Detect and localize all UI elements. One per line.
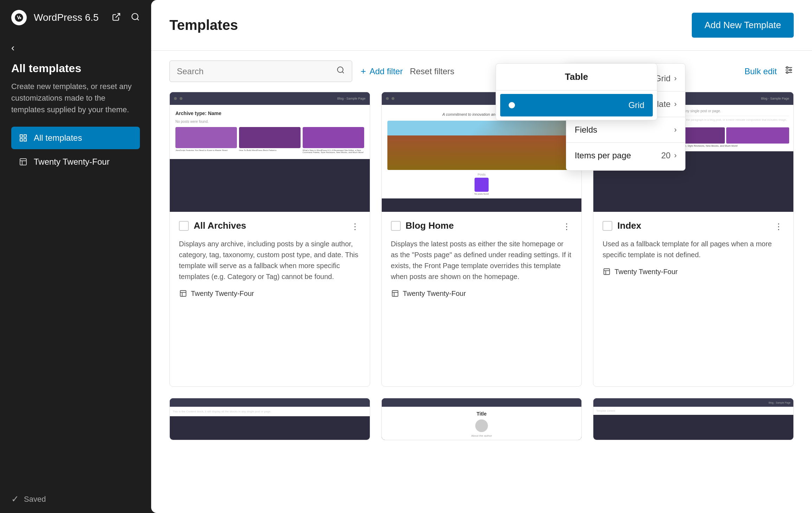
theme-name-blog-home: Twenty Twenty-Four	[403, 290, 466, 298]
template-card-4: This is the Content block, it will displ…	[169, 398, 370, 440]
template-card-blog-home: Blog - Sample Page A commitment to innov…	[381, 92, 582, 387]
checkbox-title-group: All Archives	[179, 220, 246, 231]
building-shape	[387, 135, 576, 170]
template-card-header-blog: Blog Home ⋮	[391, 220, 573, 233]
template-menu-all-archives[interactable]: ⋮	[349, 220, 361, 233]
svg-rect-19	[392, 291, 398, 297]
template-checkbox-all-archives[interactable]	[179, 221, 189, 231]
items-per-page-value-group: 20 ›	[661, 151, 677, 160]
sidebar-item-all-templates[interactable]: All templates	[11, 127, 140, 149]
back-link[interactable]: ‹	[11, 42, 140, 53]
template-preview-6[interactable]: Blog - Sample Page Template content	[593, 398, 793, 440]
preview-content-4: This is the Content block, it will displ…	[170, 407, 370, 416]
preview-thumb3	[303, 127, 364, 148]
theme-icon-all-archives	[179, 289, 187, 298]
add-filter-button[interactable]: + Add filter	[361, 66, 403, 77]
preview-content: Archive type: Name No posts were found. …	[170, 105, 370, 159]
plus-icon: +	[361, 66, 366, 77]
wp-version-label: WordPress 6.5	[34, 12, 99, 23]
sidebar-bottom: ✓ Saved	[0, 485, 151, 513]
template-theme-all-archives: Twenty Twenty-Four	[179, 289, 361, 298]
templates-grid: Blog - Sample Page Archive type: Name No…	[151, 92, 812, 513]
external-link-button[interactable]	[112, 12, 121, 23]
preview-dot2	[180, 97, 182, 100]
toolbar-right: Bulk edit	[745, 65, 794, 77]
svg-rect-2	[20, 135, 22, 137]
preview-content-6: Template content	[593, 407, 793, 415]
template-menu-blog-home[interactable]: ⋮	[561, 220, 572, 233]
preview-blog-text-b1: No posts found	[475, 193, 489, 195]
template-theme-index: Twenty Twenty-Four	[602, 267, 784, 276]
sidebar-section-title: All templates	[11, 62, 140, 75]
reset-filters-button[interactable]: Reset filters	[410, 66, 455, 76]
dropdown-item-grid[interactable]: Grid	[500, 94, 653, 116]
saved-label: Saved	[24, 495, 46, 504]
checkbox-title-index: Index	[602, 220, 641, 231]
preview-text1: JavaScript Features You Need to Know to …	[175, 149, 237, 151]
svg-rect-3	[24, 135, 26, 137]
theme-name-index: Twenty Twenty-Four	[614, 268, 678, 276]
template-theme-blog-home: Twenty Twenty-Four	[391, 289, 573, 298]
sidebar-top-bar: WordPress 6.5	[0, 0, 151, 35]
preview-thumb2	[239, 127, 301, 148]
svg-point-13	[786, 67, 788, 69]
preview-posts-label: Posts	[478, 173, 486, 176]
preview-bar-6: Blog - Sample Page	[593, 398, 793, 407]
svg-line-0	[116, 13, 120, 18]
template-card-body-all-archives: All Archives ⋮ Displays any archive, inc…	[170, 212, 370, 306]
template-card-header: All Archives ⋮	[179, 220, 361, 233]
svg-rect-16	[180, 291, 186, 297]
preview-title-5: Title	[386, 411, 578, 417]
view-options-button[interactable]	[784, 65, 794, 77]
layout-item-items-per-page[interactable]: Items per page 20 ›	[566, 144, 685, 167]
template-card-6: Blog - Sample Page Template content	[593, 398, 794, 440]
preview-about-5: About the author	[386, 434, 578, 437]
sidebar-item-twenty-twenty-four-label: Twenty Twenty-Four	[34, 157, 110, 167]
add-new-template-button[interactable]: Add New Template	[692, 13, 794, 38]
preview-blog-thumb-b1	[475, 178, 489, 192]
sidebar-item-twenty-twenty-four[interactable]: Twenty Twenty-Four	[11, 151, 140, 173]
wp-logo	[11, 10, 27, 25]
preview-dot-b2	[392, 97, 394, 100]
table-dropdown: Table Grid	[496, 63, 657, 120]
layout-item-fields[interactable]: Fields ›	[566, 119, 685, 141]
template-checkbox-blog-home[interactable]	[391, 221, 401, 231]
preview-content-5: Title About the author	[382, 407, 582, 440]
template-menu-index[interactable]: ⋮	[773, 220, 784, 233]
layout-value-group: Grid ›	[655, 74, 677, 83]
preview-bar-4	[170, 398, 370, 407]
search-input[interactable]	[177, 66, 332, 76]
svg-rect-22	[604, 269, 610, 275]
svg-point-15	[786, 72, 788, 74]
template-preview-5[interactable]: Title About the author	[382, 398, 582, 440]
preview-text3: What's New in WordPress 6.3: A Revamped …	[303, 149, 364, 153]
template-card-body-blog-home: Blog Home ⋮ Displays the latest posts as…	[382, 212, 582, 306]
preview-dot1	[174, 97, 177, 100]
preview-bar-5	[382, 398, 582, 407]
fields-value-group: ›	[674, 125, 677, 134]
bulk-edit-button[interactable]: Bulk edit	[745, 66, 777, 76]
svg-point-9	[337, 67, 343, 72]
main-header: Templates Add New Template	[151, 0, 812, 51]
mini-thumb-i3	[726, 127, 789, 144]
preview-blog-grid: JavaScript Features You Need to Know to …	[175, 127, 364, 153]
preview-building-img	[387, 121, 576, 170]
search-button[interactable]	[131, 12, 140, 23]
template-checkbox-index[interactable]	[602, 221, 612, 231]
saved-check-icon: ✓	[11, 494, 19, 505]
template-desc-blog-home: Displays the latest posts as either the …	[391, 239, 573, 282]
template-card-all-archives: Blog - Sample Page Archive type: Name No…	[169, 92, 370, 387]
theme-icon-blog-home	[391, 289, 399, 298]
preview-avatar-5	[475, 419, 488, 432]
template-preview-all-archives[interactable]: Blog - Sample Page Archive type: Name No…	[170, 92, 370, 212]
svg-rect-4	[24, 139, 26, 141]
sidebar-icon-group	[112, 12, 140, 23]
preview-text2: How To Build WordPress Block Patterns	[239, 149, 301, 151]
template-preview-4[interactable]: This is the Content block, it will displ…	[170, 398, 370, 440]
divider-3	[566, 142, 685, 143]
preview-thumb1	[175, 127, 237, 148]
svg-rect-5	[20, 139, 22, 141]
chevron-right-icon-fields: ›	[674, 125, 677, 134]
template-desc-all-archives: Displays any archive, including posts by…	[179, 239, 361, 282]
toolbar: + Add filter Reset filters Bulk edit	[151, 51, 812, 92]
